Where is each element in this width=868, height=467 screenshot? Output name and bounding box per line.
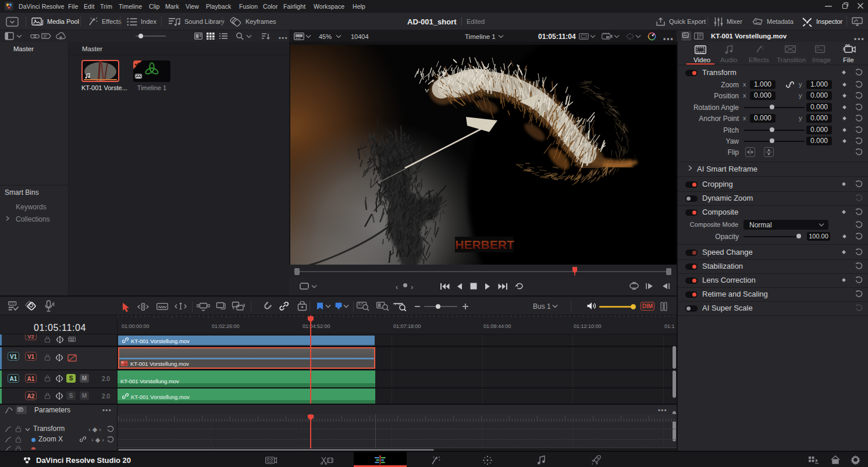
svg-text:HERBERT: HERBERT	[455, 238, 514, 251]
